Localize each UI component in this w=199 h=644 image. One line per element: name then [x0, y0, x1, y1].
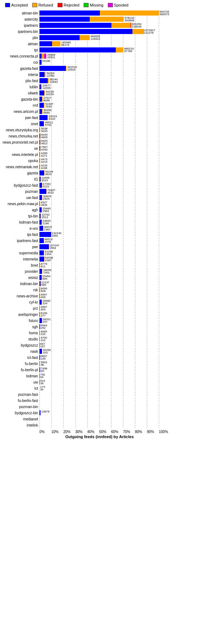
grid-line [75, 269, 76, 274]
grid-line [87, 60, 88, 65]
grid-line [159, 355, 159, 360]
grid-line [111, 226, 111, 231]
grid-line [147, 170, 147, 175]
grid-line [123, 220, 123, 225]
bar-segment-accepted [39, 367, 40, 372]
row-label: fu-berlin-pl [1, 368, 39, 372]
bar-area: 4997 303 [39, 306, 198, 311]
grid-line [87, 404, 88, 409]
row-label: lublin [1, 85, 39, 89]
grid-line [147, 287, 147, 292]
bar-wrapper: 54156 10220 [39, 90, 54, 96]
grid-line [63, 244, 64, 249]
table-row: studio4700 210 [1, 336, 198, 342]
grid-line [147, 66, 147, 71]
grid-line [111, 263, 111, 268]
grid-line [99, 121, 100, 126]
bar-value-label: 53244 3629 [45, 170, 53, 175]
grid-line [123, 109, 123, 114]
grid-line [63, 183, 64, 188]
bar-wrapper: 107247 1564 [39, 244, 59, 249]
grid-line [159, 213, 159, 219]
grid-line [123, 72, 123, 77]
grid-line [147, 226, 147, 231]
row-label: astercity [1, 17, 39, 21]
grid-line [147, 324, 147, 329]
grid-line [63, 392, 64, 397]
grid-line [135, 257, 135, 262]
row-label: lodman-bin [1, 282, 39, 286]
bar-wrapper: 4065 233 [39, 330, 47, 335]
grid-line [111, 367, 111, 372]
grid-line [123, 134, 123, 139]
bar-segment-refused [40, 146, 41, 151]
grid-line [63, 330, 64, 335]
grid-line [135, 134, 135, 139]
grid-line [135, 41, 135, 46]
grid-line [75, 226, 76, 231]
grid-line [51, 287, 52, 292]
grid-line [51, 373, 52, 378]
grid-line [63, 226, 64, 231]
grid-line [63, 97, 64, 102]
grid-line [135, 330, 135, 335]
bar-area: 4065 233 [39, 330, 198, 335]
bar-segment-refused [40, 134, 41, 139]
bar-wrapper: 847 167 [39, 343, 45, 348]
grid-line [135, 226, 135, 231]
grid-line [87, 410, 88, 415]
table-row: pozman-fast [1, 391, 198, 397]
grid-line [51, 336, 52, 342]
grid-line [111, 250, 111, 255]
grid-line [51, 84, 52, 89]
grid-line [51, 183, 52, 188]
grid-line [147, 78, 147, 83]
bar-wrapper: 4957 409 [39, 293, 47, 298]
grid-line [75, 404, 76, 409]
grid-line [123, 121, 123, 126]
bar-segment-accepted [39, 269, 42, 274]
grid-line [63, 336, 64, 342]
grid-line [87, 170, 88, 175]
grid-line [75, 324, 76, 329]
grid-line [147, 300, 147, 305]
grid-line [159, 324, 159, 329]
row-label: silweb [1, 91, 39, 95]
bar-value-label: 58209 13760 [46, 72, 54, 77]
grid-line [99, 373, 100, 378]
x-tick: 90% [147, 430, 159, 434]
grid-line [87, 318, 88, 323]
grid-line [63, 257, 64, 262]
grid-line [123, 244, 123, 249]
table-row: intelink [1, 422, 198, 428]
bar-segment-refused [42, 207, 42, 212]
grid-line [159, 72, 159, 77]
grid-line [51, 158, 52, 163]
bar-value-label: 51268 1354 [45, 250, 53, 255]
table-row: lodman792 54 [1, 373, 198, 379]
grid-line [99, 170, 100, 175]
grid-line [135, 398, 135, 403]
grid-line [75, 164, 76, 169]
row-label: axelspringer [1, 313, 39, 317]
table-row: ict173 34 [1, 385, 198, 391]
bar-area: 107247 1564 [39, 244, 198, 249]
grid-line [147, 164, 147, 169]
grid-line [51, 300, 52, 305]
grid-line [123, 78, 123, 83]
grid-line [99, 330, 100, 335]
grid-line [63, 324, 64, 329]
grid-line [147, 281, 147, 286]
grid-line [75, 84, 76, 89]
x-tick: 20% [63, 430, 75, 434]
grid-line [63, 250, 64, 255]
table-row: futuro28201 257 [1, 318, 198, 323]
grid-line [87, 226, 88, 231]
grid-line [111, 355, 111, 360]
row-label: bydgoszcz-fast [1, 183, 39, 187]
row-label: nask [1, 349, 39, 353]
bar-segment-accepted [39, 226, 43, 231]
bar-wrapper: 4779 911 [39, 263, 47, 268]
grid-line [159, 275, 159, 280]
grid-line [75, 250, 76, 255]
